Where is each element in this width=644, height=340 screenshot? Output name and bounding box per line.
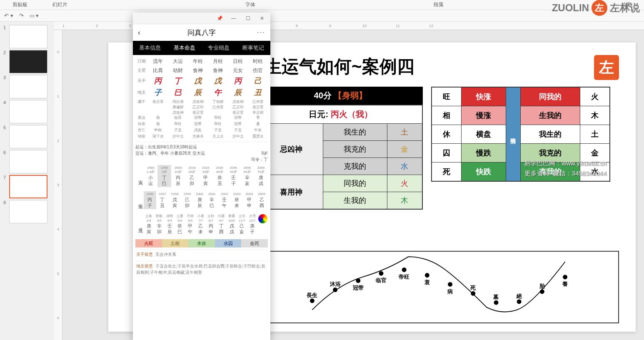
pin-icon[interactable]: 📌 <box>213 14 226 23</box>
slide-title: -生运气如何~案例四 <box>258 55 623 78</box>
slide-thumb-6[interactable] <box>9 150 47 173</box>
popup-title: 问真八字 <box>187 28 216 38</box>
svg-point-12 <box>448 282 452 287</box>
svg-text:墓: 墓 <box>493 294 499 300</box>
liuyue-col-5[interactable]: 小暑7/7乙未 <box>195 213 206 235</box>
slide-thumb-7[interactable] <box>9 175 47 198</box>
dayun-col-3[interactable]: 201629岁乙卯 <box>185 165 199 187</box>
svg-text:病: 病 <box>447 288 453 295</box>
svg-text:冠带: 冠带 <box>352 285 364 291</box>
close-icon[interactable]: ✕ <box>255 14 269 23</box>
svg-point-10 <box>425 273 429 278</box>
riyuan-block: 40分 【身弱】 日元: 丙火（我） 忌凶神我生的土 我克的金 克我的水 喜用神… <box>258 87 423 210</box>
slide-thumb-3[interactable] <box>9 75 47 98</box>
ribbon-paragraph[interactable]: 段落 <box>421 1 456 8</box>
dayun-col-4[interactable]: 202639岁甲寅 <box>199 165 212 187</box>
liuyue-col-6[interactable]: 立秋8/7丙申 <box>206 213 216 235</box>
lifecycle-curve: 長生沐浴冠带临官帝旺衰病死墓絕胎養 <box>258 251 619 323</box>
svg-point-14 <box>471 291 475 296</box>
slide-thumb-2[interactable] <box>9 50 47 73</box>
svg-text:絕: 絕 <box>516 293 522 299</box>
slide-thumbnail-panel: 1 2 3 4 5 6 7 8 <box>0 22 54 340</box>
svg-text:沐浴: 沐浴 <box>329 281 341 287</box>
author-badge: 左 <box>594 55 619 80</box>
slide-thumb-8[interactable] <box>9 200 47 223</box>
liuyue-col-2[interactable]: 清明4/4壬辰 <box>165 213 175 235</box>
undo-button[interactable]: ↶ ▾ <box>4 12 13 19</box>
liunian-col-0[interactable]: 1996丙子 <box>144 191 156 209</box>
redo-button[interactable]: ↷ <box>19 12 24 19</box>
liuyue-col-8[interactable]: 寒露10/8戊戌 <box>227 213 237 235</box>
svg-text:临官: 临官 <box>376 277 387 283</box>
minimize-icon[interactable]: — <box>227 14 240 23</box>
dayun-col-5[interactable]: 203649岁癸丑 <box>213 165 227 187</box>
svg-text:衰: 衰 <box>424 279 430 285</box>
liunian-col-5[interactable]: 2001辛巳 <box>206 191 218 209</box>
slideshow-button[interactable]: ▭ ▾ <box>30 12 39 19</box>
dayun-col-2[interactable]: 200619岁丙辰 <box>171 165 185 187</box>
slide-thumb-1[interactable] <box>9 25 47 48</box>
slide-thumb-5[interactable] <box>9 125 47 148</box>
svg-point-22 <box>563 275 567 279</box>
bazi-popup: 📌 — ☐ ✕ ‹ 问真八字 ··· 基本信息 基本命盘 专业细盘 断事笔记 日… <box>133 12 270 340</box>
brand-watermark: ZUOLIN 左 左林说 <box>552 0 640 16</box>
quick-access-toolbar: ↶ ▾ ↷ ▭ ▾ <box>0 10 644 22</box>
slide-thumb-4[interactable] <box>9 100 47 123</box>
ribbon-slides[interactable]: 幻灯片 <box>40 1 80 8</box>
popup-tabs: 基本信息 基本命盘 专业细盘 断事笔记 <box>133 41 270 55</box>
maximize-icon[interactable]: ☐ <box>241 14 255 23</box>
liuyue-col-7[interactable]: 白露9/7丁酉 <box>216 213 227 235</box>
popup-header: ‹ 问真八字 ··· <box>133 24 270 41</box>
svg-text:死: 死 <box>470 285 476 291</box>
tab-notes[interactable]: 断事笔记 <box>236 41 271 55</box>
ruler-vertical: 0123456 <box>54 30 62 340</box>
svg-point-4 <box>356 278 360 283</box>
svg-point-18 <box>517 300 522 304</box>
liunian-col-7[interactable]: 2003癸未 <box>231 191 243 209</box>
svg-text:帝旺: 帝旺 <box>399 274 409 280</box>
source-watermark: 易学巴巴网：www.yixue88.cn 更多资料+微信：3458344044 <box>524 158 607 178</box>
brand-logo-icon: 左 <box>592 0 607 16</box>
riyuan-table: 日元: 丙火（我） 忌凶神我生的土 我克的金 克我的水 喜用神同我的火 生我的木 <box>258 105 423 210</box>
liuyue-col-0[interactable]: 立春2/4庚寅 <box>144 213 154 235</box>
dayun-col-6[interactable]: 204659岁壬子 <box>227 165 240 187</box>
liuyue-col-10[interactable]: 大雪12/7庚子 <box>247 213 257 235</box>
liuyue-col-3[interactable]: 立夏5/5癸巳 <box>175 213 185 235</box>
ribbon-bar: 剪贴板 幻灯片 字体 段落 绘图 <box>0 0 644 10</box>
tab-basic-info[interactable]: 基本信息 <box>133 41 167 55</box>
svg-text:長生: 長生 <box>306 292 317 298</box>
liunian-col-3[interactable]: 1999己卯 <box>181 191 193 209</box>
liunian-col-4[interactable]: 2000庚辰 <box>193 191 206 209</box>
dayun-col-8[interactable]: 206679岁庚戌 <box>254 165 268 187</box>
more-icon[interactable]: ··· <box>257 28 265 37</box>
ribbon-clipboard[interactable]: 剪贴板 <box>0 1 40 8</box>
svg-text:胎: 胎 <box>539 283 545 289</box>
svg-point-16 <box>494 300 499 305</box>
wuxing-bar: 火旺 土相 木休 水囚 金死 <box>135 239 268 248</box>
liuyue-col-1[interactable]: 惊蛰3/5辛卯 <box>154 213 165 235</box>
svg-text:養: 養 <box>562 281 568 287</box>
liunian-col-6[interactable]: 2002壬午 <box>218 191 231 209</box>
liunian-col-1[interactable]: 1997丁丑 <box>156 191 169 209</box>
liuyue-col-11[interactable] <box>257 213 268 235</box>
liuyue-col-9[interactable]: 立冬11/7己亥 <box>237 213 247 235</box>
liunian-col-2[interactable]: 1998戊寅 <box>169 191 181 209</box>
liuyue-col-4[interactable]: 芒种6/5甲午 <box>185 213 195 235</box>
svg-point-2 <box>333 288 337 292</box>
ribbon-font[interactable]: 字体 <box>233 1 268 8</box>
liunian-col-8[interactable]: 2004甲申 <box>243 191 255 209</box>
svg-point-20 <box>540 289 544 294</box>
svg-point-8 <box>402 268 407 272</box>
tab-pro-chart[interactable]: 专业细盘 <box>202 41 236 55</box>
tab-basic-chart[interactable]: 基本命盘 <box>167 41 202 55</box>
score-bar: 40分 【身弱】 <box>258 87 423 105</box>
dayun-col-7[interactable]: 205669岁辛亥 <box>240 165 254 187</box>
liunian-col-9[interactable]: 2005乙酉 <box>255 191 268 209</box>
svg-point-6 <box>379 271 384 276</box>
svg-point-0 <box>310 298 315 303</box>
state-block: 旺快涨身弱同我的火 相慢涨生我的木 休横盘我生的土 囚慢跌我克的金 死快跌克我的… <box>431 87 610 210</box>
popup-titlebar[interactable]: 📌 — ☐ ✕ <box>133 12 270 24</box>
dayun-col-1[interactable]: 19969岁丁巳 <box>157 165 171 187</box>
dayun-col-0[interactable]: 19881-8岁小运 <box>144 165 157 187</box>
back-icon[interactable]: ‹ <box>138 28 140 37</box>
